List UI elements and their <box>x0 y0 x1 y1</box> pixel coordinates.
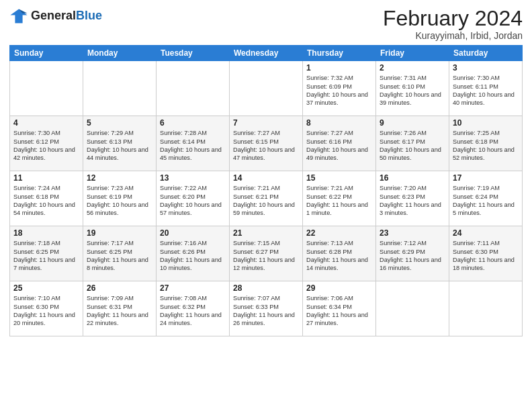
calendar-cell: 17Sunrise: 7:19 AM Sunset: 6:24 PM Dayli… <box>449 171 523 226</box>
calendar-cell: 6Sunrise: 7:28 AM Sunset: 6:14 PM Daylig… <box>157 116 230 171</box>
logo-general: General <box>31 9 76 23</box>
calendar-cell: 27Sunrise: 7:08 AM Sunset: 6:32 PM Dayli… <box>157 281 230 336</box>
header: GeneralBlue February 2024 Kurayyimah, Ir… <box>9 7 523 41</box>
day-number: 3 <box>453 63 519 73</box>
calendar-dow-wednesday: Wednesday <box>230 46 303 61</box>
day-info: Sunrise: 7:12 AM Sunset: 6:29 PM Dayligh… <box>380 239 445 273</box>
calendar-cell: 28Sunrise: 7:07 AM Sunset: 6:33 PM Dayli… <box>230 281 303 336</box>
day-number: 7 <box>233 118 299 128</box>
day-info: Sunrise: 7:09 AM Sunset: 6:31 PM Dayligh… <box>87 294 152 328</box>
calendar-dow-monday: Monday <box>83 46 157 61</box>
calendar-cell: 18Sunrise: 7:18 AM Sunset: 6:25 PM Dayli… <box>10 226 83 281</box>
day-number: 1 <box>306 63 372 73</box>
day-number: 16 <box>380 173 445 183</box>
calendar-dow-sunday: Sunday <box>10 46 83 61</box>
calendar-cell <box>230 61 303 116</box>
day-number: 23 <box>380 228 445 238</box>
calendar-cell: 24Sunrise: 7:11 AM Sunset: 6:30 PM Dayli… <box>449 226 523 281</box>
calendar-table: SundayMondayTuesdayWednesdayThursdayFrid… <box>9 45 523 336</box>
calendar-cell: 20Sunrise: 7:16 AM Sunset: 6:26 PM Dayli… <box>157 226 230 281</box>
calendar-cell: 16Sunrise: 7:20 AM Sunset: 6:23 PM Dayli… <box>376 171 449 226</box>
calendar-cell: 8Sunrise: 7:27 AM Sunset: 6:16 PM Daylig… <box>303 116 376 171</box>
day-number: 6 <box>160 118 226 128</box>
day-number: 12 <box>87 173 152 183</box>
calendar-cell: 12Sunrise: 7:23 AM Sunset: 6:19 PM Dayli… <box>83 171 157 226</box>
day-number: 10 <box>453 118 519 128</box>
calendar-cell <box>376 281 449 336</box>
calendar-cell <box>157 61 230 116</box>
day-number: 22 <box>306 228 372 238</box>
calendar-cell <box>449 281 523 336</box>
calendar-cell: 7Sunrise: 7:27 AM Sunset: 6:15 PM Daylig… <box>230 116 303 171</box>
svg-marker-0 <box>10 9 27 24</box>
day-number: 8 <box>306 118 372 128</box>
day-info: Sunrise: 7:17 AM Sunset: 6:25 PM Dayligh… <box>87 239 152 273</box>
day-info: Sunrise: 7:15 AM Sunset: 6:27 PM Dayligh… <box>233 239 299 273</box>
calendar-cell: 2Sunrise: 7:31 AM Sunset: 6:10 PM Daylig… <box>376 61 449 116</box>
day-info: Sunrise: 7:08 AM Sunset: 6:32 PM Dayligh… <box>160 294 226 328</box>
calendar-cell: 9Sunrise: 7:26 AM Sunset: 6:17 PM Daylig… <box>376 116 449 171</box>
calendar-cell: 19Sunrise: 7:17 AM Sunset: 6:25 PM Dayli… <box>83 226 157 281</box>
day-number: 27 <box>160 283 226 293</box>
day-number: 15 <box>306 173 372 183</box>
day-info: Sunrise: 7:27 AM Sunset: 6:16 PM Dayligh… <box>306 129 372 163</box>
day-info: Sunrise: 7:29 AM Sunset: 6:13 PM Dayligh… <box>87 129 152 163</box>
day-number: 18 <box>13 228 79 238</box>
title-block: February 2024 Kurayyimah, Irbid, Jordan <box>383 7 523 41</box>
day-info: Sunrise: 7:26 AM Sunset: 6:17 PM Dayligh… <box>380 129 445 163</box>
day-number: 17 <box>453 173 519 183</box>
day-number: 19 <box>87 228 152 238</box>
calendar-cell: 10Sunrise: 7:25 AM Sunset: 6:18 PM Dayli… <box>449 116 523 171</box>
calendar-cell: 1Sunrise: 7:32 AM Sunset: 6:09 PM Daylig… <box>303 61 376 116</box>
day-number: 13 <box>160 173 226 183</box>
day-info: Sunrise: 7:24 AM Sunset: 6:18 PM Dayligh… <box>13 184 79 218</box>
calendar-week-3: 11Sunrise: 7:24 AM Sunset: 6:18 PM Dayli… <box>10 171 523 226</box>
month-year: February 2024 <box>383 7 523 30</box>
location: Kurayyimah, Irbid, Jordan <box>383 30 523 41</box>
day-info: Sunrise: 7:25 AM Sunset: 6:18 PM Dayligh… <box>453 129 519 163</box>
calendar-cell: 11Sunrise: 7:24 AM Sunset: 6:18 PM Dayli… <box>10 171 83 226</box>
day-number: 14 <box>233 173 299 183</box>
day-number: 29 <box>306 283 372 293</box>
day-info: Sunrise: 7:20 AM Sunset: 6:23 PM Dayligh… <box>380 184 445 218</box>
day-info: Sunrise: 7:19 AM Sunset: 6:24 PM Dayligh… <box>453 184 519 218</box>
day-number: 21 <box>233 228 299 238</box>
day-info: Sunrise: 7:32 AM Sunset: 6:09 PM Dayligh… <box>306 74 372 107</box>
calendar-header-row: SundayMondayTuesdayWednesdayThursdayFrid… <box>10 46 523 61</box>
calendar-cell: 4Sunrise: 7:30 AM Sunset: 6:12 PM Daylig… <box>10 116 83 171</box>
logo-blue: Blue <box>76 9 102 23</box>
calendar-week-4: 18Sunrise: 7:18 AM Sunset: 6:25 PM Dayli… <box>10 226 523 281</box>
day-number: 24 <box>453 228 519 238</box>
day-number: 28 <box>233 283 299 293</box>
day-info: Sunrise: 7:28 AM Sunset: 6:14 PM Dayligh… <box>160 129 226 163</box>
day-number: 20 <box>160 228 226 238</box>
day-number: 25 <box>13 283 79 293</box>
day-info: Sunrise: 7:07 AM Sunset: 6:33 PM Dayligh… <box>233 294 299 328</box>
day-info: Sunrise: 7:30 AM Sunset: 6:11 PM Dayligh… <box>453 74 519 107</box>
day-number: 26 <box>87 283 152 293</box>
calendar-cell: 22Sunrise: 7:13 AM Sunset: 6:28 PM Dayli… <box>303 226 376 281</box>
logo-text: GeneralBlue <box>31 9 102 23</box>
day-info: Sunrise: 7:21 AM Sunset: 6:22 PM Dayligh… <box>306 184 372 218</box>
day-number: 2 <box>380 63 445 73</box>
day-info: Sunrise: 7:30 AM Sunset: 6:12 PM Dayligh… <box>13 129 79 163</box>
day-info: Sunrise: 7:06 AM Sunset: 6:34 PM Dayligh… <box>306 294 372 328</box>
calendar-cell: 3Sunrise: 7:30 AM Sunset: 6:11 PM Daylig… <box>449 61 523 116</box>
logo: GeneralBlue <box>9 7 102 26</box>
calendar-cell <box>10 61 83 116</box>
calendar-cell: 15Sunrise: 7:21 AM Sunset: 6:22 PM Dayli… <box>303 171 376 226</box>
day-info: Sunrise: 7:11 AM Sunset: 6:30 PM Dayligh… <box>453 239 519 273</box>
calendar-week-5: 25Sunrise: 7:10 AM Sunset: 6:30 PM Dayli… <box>10 281 523 336</box>
day-info: Sunrise: 7:21 AM Sunset: 6:21 PM Dayligh… <box>233 184 299 218</box>
day-info: Sunrise: 7:13 AM Sunset: 6:28 PM Dayligh… <box>306 239 372 273</box>
calendar-dow-saturday: Saturday <box>449 46 523 61</box>
day-info: Sunrise: 7:10 AM Sunset: 6:30 PM Dayligh… <box>13 294 79 328</box>
day-number: 9 <box>380 118 445 128</box>
day-info: Sunrise: 7:31 AM Sunset: 6:10 PM Dayligh… <box>380 74 445 107</box>
day-info: Sunrise: 7:27 AM Sunset: 6:15 PM Dayligh… <box>233 129 299 163</box>
page: GeneralBlue February 2024 Kurayyimah, Ir… <box>0 0 532 411</box>
calendar-cell: 29Sunrise: 7:06 AM Sunset: 6:34 PM Dayli… <box>303 281 376 336</box>
calendar-cell: 25Sunrise: 7:10 AM Sunset: 6:30 PM Dayli… <box>10 281 83 336</box>
calendar-cell: 23Sunrise: 7:12 AM Sunset: 6:29 PM Dayli… <box>376 226 449 281</box>
calendar-cell <box>83 61 157 116</box>
